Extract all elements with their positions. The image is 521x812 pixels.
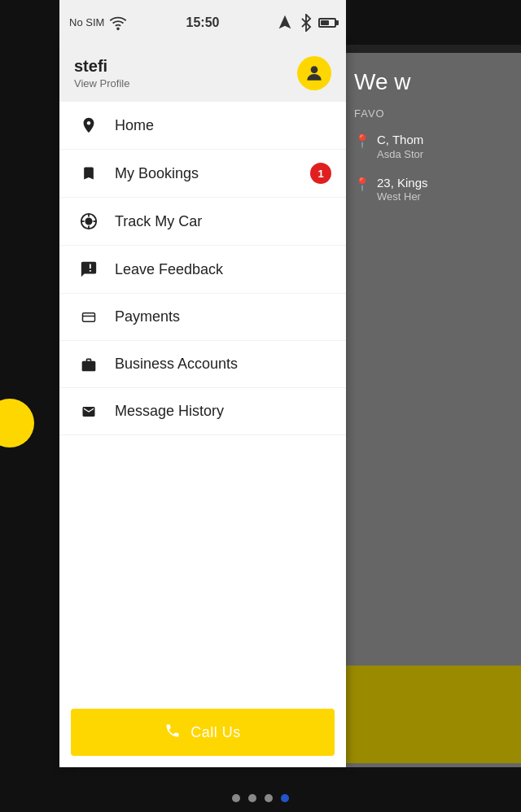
location-pin-icon-1: 📍 (354, 133, 370, 149)
target-icon (76, 212, 102, 230)
avatar[interactable] (297, 56, 331, 90)
profile-info: stefi View Profile (74, 57, 129, 89)
dot-4-active[interactable] (281, 794, 289, 802)
sidebar-item-leave-feedback[interactable]: Leave Feedback (59, 246, 346, 294)
sidebar-item-payments[interactable]: Payments (59, 294, 346, 341)
home-label: Home (115, 117, 154, 134)
location-detail-1: C, Thom Asda Stor (377, 132, 423, 160)
feedback-icon (76, 260, 102, 278)
call-us-label: Call Us (190, 724, 241, 741)
battery-icon (318, 18, 336, 28)
bottom-strip (0, 767, 521, 812)
card-icon (76, 310, 102, 325)
message-history-label: Message History (115, 403, 224, 420)
bookmark-icon (76, 164, 102, 182)
battery-fill (321, 20, 329, 25)
right-panel-title: We w (354, 69, 513, 95)
right-panel: We w FAVO 📍 C, Thom Asda Stor 📍 23, King… (346, 0, 521, 812)
leave-feedback-label: Leave Feedback (115, 261, 223, 278)
location-sub-2: West Her (377, 190, 428, 203)
dot-1[interactable] (232, 794, 240, 802)
status-left: No SIM (69, 14, 127, 32)
sidebar-item-message-history[interactable]: Message History (59, 388, 346, 435)
right-panel-body: We w FAVO 📍 C, Thom Asda Stor 📍 23, King… (346, 53, 521, 234)
svg-point-1 (311, 66, 318, 73)
menu-items-list: Home My Bookings 1 (59, 102, 346, 697)
pagination-dots (0, 794, 521, 802)
carrier-label: No SIM (69, 16, 104, 28)
view-profile-label[interactable]: View Profile (74, 77, 129, 89)
payments-label: Payments (115, 308, 180, 325)
status-bar: No SIM 15:50 (59, 0, 346, 45)
briefcase-icon (76, 356, 102, 373)
dot-2[interactable] (248, 794, 256, 802)
bluetooth-icon (297, 14, 315, 32)
menu-panel: stefi View Profile Home (59, 45, 346, 767)
svg-point-3 (85, 218, 91, 224)
status-right (276, 14, 336, 32)
sidebar-item-my-bookings[interactable]: My Bookings 1 (59, 150, 346, 198)
svg-rect-8 (83, 312, 95, 321)
sidebar-item-track-my-car[interactable]: Track My Car (59, 198, 346, 246)
location-item-2[interactable]: 📍 23, Kings West Her (354, 175, 513, 203)
track-my-car-label: Track My Car (115, 213, 202, 230)
profile-header[interactable]: stefi View Profile (59, 45, 346, 102)
business-accounts-label: Business Accounts (115, 356, 238, 373)
location-name-1: C, Thom (377, 132, 423, 148)
phone-icon (164, 723, 181, 743)
location-pin-icon-2: 📍 (354, 177, 370, 192)
dot-3[interactable] (265, 794, 273, 802)
sidebar-item-home[interactable]: Home (59, 102, 346, 150)
svg-point-0 (117, 28, 119, 29)
location-detail-2: 23, Kings West Her (377, 175, 428, 203)
person-icon (304, 63, 325, 84)
location-name-2: 23, Kings (377, 175, 428, 191)
status-time: 15:50 (186, 15, 220, 30)
sidebar-item-business-accounts[interactable]: Business Accounts (59, 341, 346, 388)
location-sub-1: Asda Stor (377, 148, 423, 160)
location-arrow-icon (276, 14, 294, 32)
location-item-1[interactable]: 📍 C, Thom Asda Stor (354, 132, 513, 160)
wifi-icon (109, 14, 127, 32)
my-bookings-label: My Bookings (115, 165, 199, 182)
envelope-icon (76, 404, 102, 419)
call-us-bar: Call Us (59, 697, 346, 767)
favo-label: FAVO (354, 107, 513, 120)
bookings-badge: 1 (310, 163, 331, 184)
username-label: stefi (74, 57, 129, 76)
location-pin-icon (76, 116, 102, 134)
yellow-accent-rect (346, 666, 521, 763)
call-us-button[interactable]: Call Us (71, 709, 335, 756)
